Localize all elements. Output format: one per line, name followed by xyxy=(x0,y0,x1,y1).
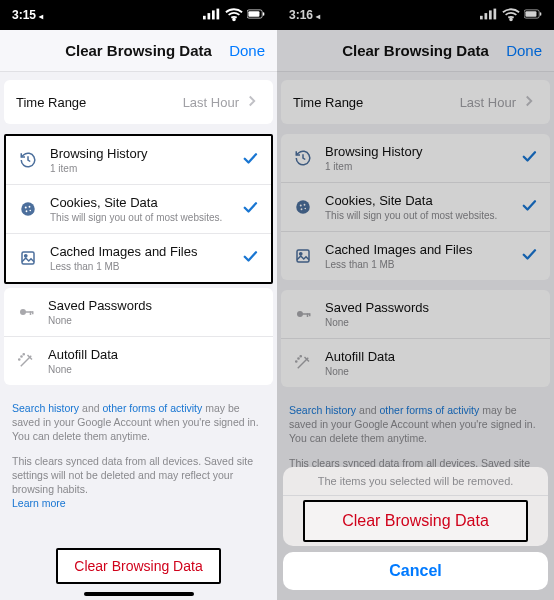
check-icon xyxy=(520,147,538,170)
check-icon xyxy=(241,247,259,270)
svg-point-11 xyxy=(26,210,28,212)
autofill-icon xyxy=(293,353,313,373)
option-label: Cached Images and Files xyxy=(325,242,520,257)
svg-point-20 xyxy=(23,354,24,355)
time-range-label: Time Range xyxy=(293,95,363,110)
option-row-autofill[interactable]: Autofill Data None xyxy=(281,339,550,387)
clear-browsing-data-button[interactable]: Clear Browsing Data xyxy=(56,548,220,584)
time-range-label: Time Range xyxy=(16,95,86,110)
status-bar: 3:15 ◂ xyxy=(0,0,277,30)
info-search-history: Search history and other forms of activi… xyxy=(0,395,277,448)
passwords-icon xyxy=(293,304,313,324)
svg-rect-7 xyxy=(263,12,264,15)
action-sheet: The items you selected will be removed. … xyxy=(277,461,554,600)
time-range-value: Last Hour xyxy=(460,92,538,113)
option-label: Cookies, Site Data xyxy=(325,193,520,208)
option-label: Browsing History xyxy=(50,146,241,161)
svg-point-21 xyxy=(19,359,20,360)
learn-more-link[interactable]: Learn more xyxy=(12,497,66,509)
option-sub: 1 item xyxy=(325,161,520,172)
svg-point-43 xyxy=(296,361,297,362)
signal-icon xyxy=(203,5,221,26)
cache-icon xyxy=(18,248,38,268)
passwords-icon xyxy=(16,302,36,322)
svg-point-30 xyxy=(296,200,310,214)
option-label: Saved Passwords xyxy=(48,298,261,313)
page-title: Clear Browsing Data xyxy=(65,42,212,59)
other-activity-link[interactable]: other forms of activity xyxy=(379,404,479,416)
svg-point-15 xyxy=(20,309,26,315)
action-sheet-clear-button[interactable]: Clear Browsing Data xyxy=(303,500,528,542)
option-sub: None xyxy=(325,317,538,328)
option-row-history[interactable]: Browsing History 1 item xyxy=(281,134,550,183)
battery-icon xyxy=(524,5,542,26)
option-label: Autofill Data xyxy=(48,347,261,362)
svg-point-10 xyxy=(29,206,31,208)
svg-point-14 xyxy=(25,255,27,257)
time-range-value: Last Hour xyxy=(183,92,261,113)
svg-point-42 xyxy=(300,356,301,357)
svg-rect-39 xyxy=(307,313,309,317)
svg-rect-35 xyxy=(297,250,309,262)
option-sub: This will sign you out of most websites. xyxy=(50,212,241,223)
svg-point-12 xyxy=(29,210,31,212)
svg-point-19 xyxy=(21,356,22,357)
svg-rect-18 xyxy=(32,311,34,314)
option-row-cache[interactable]: Cached Images and Files Less than 1 MB xyxy=(281,232,550,280)
page-title: Clear Browsing Data xyxy=(342,42,489,59)
info-search-history: Search history and other forms of activi… xyxy=(277,397,554,450)
svg-rect-16 xyxy=(25,311,33,313)
svg-rect-0 xyxy=(203,15,206,19)
chevron-right-icon xyxy=(520,92,538,113)
check-icon xyxy=(241,149,259,172)
info-synced-data: This clears synced data from all devices… xyxy=(0,448,277,515)
svg-point-26 xyxy=(510,18,512,20)
option-row-passwords[interactable]: Saved Passwords None xyxy=(4,288,273,337)
option-row-passwords[interactable]: Saved Passwords None xyxy=(281,290,550,339)
option-row-cookies[interactable]: Cookies, Site Data This will sign you ou… xyxy=(6,185,271,234)
option-sub: 1 item xyxy=(50,163,241,174)
svg-point-41 xyxy=(298,358,299,359)
history-icon xyxy=(18,150,38,170)
option-label: Browsing History xyxy=(325,144,520,159)
svg-rect-13 xyxy=(22,252,34,264)
done-button[interactable]: Done xyxy=(229,42,265,59)
option-row-history[interactable]: Browsing History 1 item xyxy=(6,136,271,185)
option-row-cookies[interactable]: Cookies, Site Data This will sign you ou… xyxy=(281,183,550,232)
cache-icon xyxy=(293,246,313,266)
check-icon xyxy=(520,245,538,268)
action-sheet-cancel-button[interactable]: Cancel xyxy=(283,552,548,590)
battery-icon xyxy=(247,5,265,26)
svg-rect-6 xyxy=(248,11,259,17)
svg-rect-38 xyxy=(302,313,310,315)
svg-rect-24 xyxy=(489,10,492,19)
svg-point-32 xyxy=(304,204,306,206)
option-label: Autofill Data xyxy=(325,349,538,364)
time-range-row[interactable]: Time Range Last Hour xyxy=(4,80,273,124)
option-label: Cookies, Site Data xyxy=(50,195,241,210)
other-activity-link[interactable]: other forms of activity xyxy=(102,402,202,414)
svg-point-8 xyxy=(21,202,35,216)
chevron-right-icon xyxy=(243,92,261,113)
option-sub: Less than 1 MB xyxy=(325,259,520,270)
option-label: Saved Passwords xyxy=(325,300,538,315)
option-sub: None xyxy=(48,364,261,375)
option-sub: None xyxy=(325,366,538,377)
option-sub: This will sign you out of most websites. xyxy=(325,210,520,221)
action-sheet-message: The items you selected will be removed. xyxy=(283,467,548,496)
wifi-icon xyxy=(225,5,243,26)
clock: 3:15 ◂ xyxy=(12,8,43,22)
svg-rect-3 xyxy=(217,8,220,19)
search-history-link[interactable]: Search history xyxy=(289,404,356,416)
time-range-row[interactable]: Time Range Last Hour xyxy=(281,80,550,124)
search-history-link[interactable]: Search history xyxy=(12,402,79,414)
home-indicator xyxy=(84,592,194,596)
svg-point-31 xyxy=(300,205,302,207)
svg-rect-40 xyxy=(309,313,311,316)
done-button[interactable]: Done xyxy=(506,42,542,59)
history-icon xyxy=(293,148,313,168)
svg-rect-29 xyxy=(540,12,541,15)
svg-rect-28 xyxy=(525,11,536,17)
option-row-autofill[interactable]: Autofill Data None xyxy=(4,337,273,385)
option-row-cache[interactable]: Cached Images and Files Less than 1 MB xyxy=(6,234,271,282)
